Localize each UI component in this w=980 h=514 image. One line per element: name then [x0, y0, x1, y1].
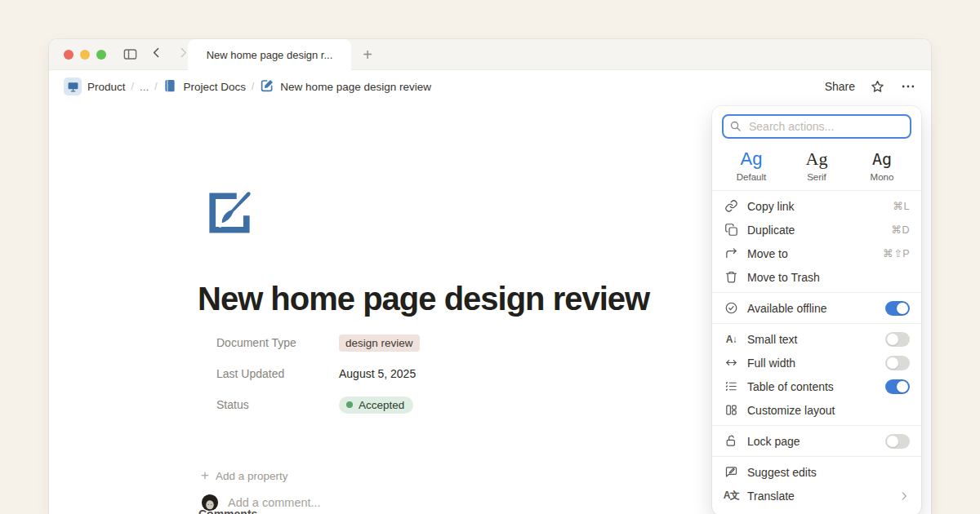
plus-icon: +	[201, 467, 209, 484]
breadcrumb-item-current[interactable]: New home page design review	[260, 78, 431, 95]
titlebar: New home page design r... +	[49, 39, 931, 70]
menu-item-duplicate[interactable]: Duplicate ⌘D	[712, 218, 921, 241]
zoom-window-button[interactable]	[96, 50, 106, 60]
keyboard-shortcut: ⌘L	[893, 200, 910, 212]
toc-icon	[724, 379, 739, 393]
trash-icon	[724, 270, 739, 284]
status-badge-accepted[interactable]: Accepted	[339, 397, 413, 414]
minimize-window-button[interactable]	[80, 50, 90, 60]
menu-item-translate[interactable]: A文 Translate	[712, 484, 921, 507]
property-label: Status	[216, 398, 339, 411]
breadcrumb-separator: /	[252, 81, 254, 92]
menu-item-suggest-edits[interactable]: Suggest edits	[712, 460, 921, 484]
menu-item-label: Table of contents	[747, 380, 877, 393]
font-sample: Ag	[784, 148, 849, 170]
chevron-right-icon	[898, 490, 910, 502]
suggest-edits-icon	[724, 465, 739, 479]
check-circle-icon	[724, 301, 739, 315]
menu-item-lock-page[interactable]: Lock page	[712, 429, 921, 453]
font-label: Default	[719, 172, 784, 182]
menu-item-label: Suggest edits	[747, 466, 910, 479]
property-row-document-type[interactable]: Document Type design review	[216, 327, 420, 358]
status-dot	[346, 401, 353, 408]
edit-icon	[260, 78, 274, 95]
menu-item-customize-layout[interactable]: Customize layout	[712, 398, 921, 422]
page-actions-menu: Ag Default Ag Serif Ag Mono Copy link ⌘L	[712, 106, 921, 514]
status-label: Accepted	[359, 399, 404, 411]
app-window: New home page design r... + Product / ..…	[49, 39, 931, 514]
breadcrumb: Product / ... / Project Docs / New home …	[49, 70, 931, 103]
property-value[interactable]: August 5, 2025	[339, 367, 416, 380]
lock-page-toggle[interactable]	[885, 434, 910, 449]
monitor-icon	[64, 78, 82, 95]
menu-item-move-to[interactable]: Move to ⌘⇧P	[712, 241, 921, 265]
property-row-status[interactable]: Status Accepted	[216, 389, 420, 420]
breadcrumb-label: Product	[87, 81, 126, 93]
user-avatar	[201, 494, 219, 512]
menu-item-label: Customize layout	[747, 404, 910, 417]
small-text-toggle[interactable]	[885, 332, 910, 347]
menu-item-label: Move to	[747, 247, 875, 260]
duplicate-icon	[724, 223, 739, 237]
breadcrumb-separator: /	[131, 81, 134, 92]
menu-item-label: Move to Trash	[747, 271, 910, 284]
menu-item-label: Lock page	[747, 435, 877, 448]
font-sample: Ag	[719, 148, 784, 170]
search-icon	[729, 120, 742, 132]
menu-item-small-text[interactable]: A↓ Small text	[712, 327, 921, 351]
tab-title: New home page design r...	[207, 49, 333, 61]
add-property-button[interactable]: + Add a property	[201, 467, 288, 484]
full-width-toggle[interactable]	[885, 356, 910, 370]
properties-table: Document Type design review Last Updated…	[216, 327, 420, 420]
menu-item-label: Full width	[747, 357, 877, 370]
menu-item-copy-link[interactable]: Copy link ⌘L	[712, 194, 921, 218]
font-option-serif[interactable]: Ag Serif	[784, 148, 849, 182]
sidebar-toggle-icon[interactable]	[122, 47, 138, 62]
property-label: Document Type	[216, 336, 339, 349]
add-comment-row[interactable]: Add a comment...	[201, 494, 321, 512]
full-width-icon	[724, 356, 739, 370]
move-to-icon	[724, 246, 739, 260]
share-button[interactable]: Share	[825, 80, 855, 93]
page-icon-brush[interactable]	[201, 184, 258, 241]
property-label: Last Updated	[216, 367, 339, 380]
tag-design-review[interactable]: design review	[339, 335, 420, 352]
layout-icon	[724, 403, 739, 417]
traffic-lights	[64, 50, 106, 60]
close-window-button[interactable]	[64, 50, 74, 60]
property-row-last-updated[interactable]: Last Updated August 5, 2025	[216, 358, 420, 389]
breadcrumb-item-project-docs[interactable]: Project Docs	[163, 78, 246, 95]
menu-item-label: Available offline	[747, 302, 877, 315]
page-title[interactable]: New home page design review	[198, 281, 649, 317]
table-of-contents-toggle[interactable]	[885, 379, 910, 394]
favorite-star-icon[interactable]	[870, 79, 885, 95]
back-icon[interactable]	[149, 46, 163, 63]
link-icon	[724, 199, 739, 213]
lock-open-icon	[724, 434, 739, 448]
font-option-mono[interactable]: Ag Mono	[849, 148, 915, 182]
new-tab-button[interactable]: +	[358, 45, 377, 64]
menu-item-label: Translate	[747, 490, 890, 503]
small-text-icon: A↓	[724, 334, 739, 345]
breadcrumb-item-collapsed[interactable]: ...	[140, 81, 149, 93]
menu-item-available-offline[interactable]: Available offline	[712, 296, 921, 320]
font-sample: Ag	[849, 148, 915, 170]
search-actions-input[interactable]	[722, 114, 911, 139]
keyboard-shortcut: ⌘⇧P	[883, 247, 910, 259]
breadcrumb-label: New home page design review	[280, 81, 431, 93]
font-option-default[interactable]: Ag Default	[719, 148, 784, 182]
book-icon	[163, 78, 177, 95]
menu-item-full-width[interactable]: Full width	[712, 351, 921, 374]
add-property-label: Add a property	[216, 470, 288, 482]
add-comment-placeholder[interactable]: Add a comment...	[228, 496, 321, 509]
menu-item-table-of-contents[interactable]: Table of contents	[712, 374, 921, 398]
font-label: Mono	[849, 172, 915, 182]
menu-item-move-to-trash[interactable]: Move to Trash	[712, 265, 921, 289]
document-tab[interactable]: New home page design r...	[188, 39, 351, 71]
available-offline-toggle[interactable]	[885, 301, 910, 316]
breadcrumb-item-product[interactable]: Product	[64, 78, 126, 95]
menu-item-label: Small text	[747, 333, 877, 346]
more-options-icon[interactable]	[900, 78, 916, 95]
keyboard-shortcut: ⌘D	[891, 224, 910, 236]
menu-item-label: Copy link	[747, 200, 885, 213]
